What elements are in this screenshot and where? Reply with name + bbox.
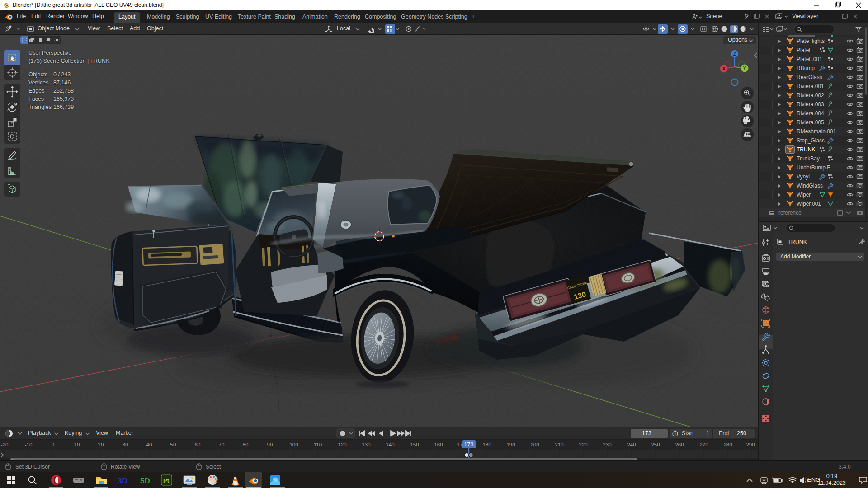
svg-text:Pt: Pt	[163, 477, 170, 484]
svg-text:210: 210	[555, 442, 563, 447]
svg-text:220: 220	[579, 442, 587, 447]
svg-text:200: 200	[530, 442, 539, 447]
svg-text:3D: 3D	[118, 477, 127, 485]
svg-text:150: 150	[410, 442, 419, 447]
svg-text:0: 0	[52, 442, 54, 447]
svg-text:240: 240	[627, 442, 636, 447]
svg-text:-10: -10	[25, 442, 33, 447]
svg-text:130: 130	[362, 442, 370, 447]
svg-text:120: 120	[338, 442, 346, 447]
svg-text:290: 290	[746, 442, 755, 447]
svg-text:90: 90	[267, 442, 273, 447]
svg-text:270: 270	[699, 442, 708, 447]
svg-text:190: 190	[506, 442, 515, 447]
svg-text:260: 260	[675, 442, 684, 447]
svg-text:280: 280	[723, 442, 732, 447]
svg-text:5D: 5D	[140, 477, 150, 485]
svg-text:80: 80	[243, 442, 249, 447]
svg-text:140: 140	[386, 442, 394, 447]
svg-text:100: 100	[289, 442, 298, 447]
svg-text:30: 30	[123, 442, 128, 447]
svg-text:173: 173	[464, 441, 474, 448]
svg-text:250: 250	[651, 442, 660, 447]
svg-text:160: 160	[434, 442, 443, 447]
svg-text:10: 10	[74, 442, 80, 447]
svg-text:180: 180	[482, 442, 491, 447]
svg-text:110: 110	[314, 442, 322, 447]
svg-text:60: 60	[195, 442, 201, 447]
svg-text:Z: Z	[733, 51, 736, 56]
svg-text:70: 70	[219, 442, 225, 447]
svg-text:-20: -20	[1, 442, 9, 447]
svg-text:X: X	[722, 66, 725, 71]
svg-text:Y: Y	[743, 66, 746, 71]
svg-text:230: 230	[603, 442, 611, 447]
svg-text:20: 20	[98, 442, 104, 447]
svg-text:50: 50	[170, 442, 176, 447]
svg-text:40: 40	[146, 442, 152, 447]
